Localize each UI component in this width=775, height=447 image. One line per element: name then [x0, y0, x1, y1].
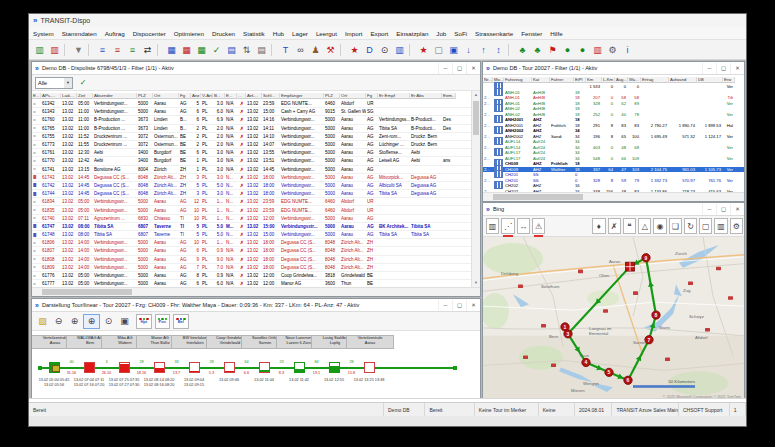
- tools-icon[interactable]: ⚒: [324, 43, 337, 57]
- column-header[interactable]: Erw: [723, 77, 735, 83]
- column-header[interactable]: E...: [32, 93, 41, 99]
- menu-item-drucken[interactable]: Drucken: [208, 30, 239, 37]
- pin-off-icon[interactable]: ✗: [608, 218, 621, 234]
- column-header[interactable]: PLZ: [324, 93, 340, 99]
- area-zoom-icon[interactable]: △: [638, 218, 651, 234]
- table-row[interactable]: =6177013.0212:42Aebi3400BurgdorfBE1PL3.0…: [32, 157, 480, 165]
- table-row[interactable]: =6177613.0205:00Verbindungsstr...5000Aar…: [32, 272, 480, 280]
- map-canvas[interactable]: DelsbergSolothurnOltenAarauBernLangnau i…: [483, 237, 744, 398]
- truck-blue-icon[interactable]: ▥: [393, 43, 406, 57]
- tour-hscrollbar[interactable]: [483, 192, 744, 201]
- table-row[interactable]: =6177313.0211:55Druckzentrum ...3072Oste…: [32, 141, 480, 149]
- doc-plain-icon[interactable]: ▢: [432, 43, 445, 57]
- column-header[interactable]: Wa...: [628, 77, 641, 83]
- table-blue-icon[interactable]: ▦: [165, 43, 178, 57]
- table-row[interactable]: =6175513.0211:52Druckzentrum ...3072Oste…: [32, 133, 480, 141]
- person-icon[interactable]: ♟: [309, 43, 322, 57]
- liste-red-icon[interactable]: ≡: [111, 43, 124, 57]
- location-icon[interactable]: ◉: [653, 218, 666, 234]
- menu-item-hub[interactable]: Hub: [269, 30, 288, 37]
- apply-filter-button[interactable]: ✓: [76, 77, 90, 89]
- menu-item-system[interactable]: System: [29, 30, 58, 37]
- pin-icon[interactable]: ♦: [592, 218, 605, 234]
- tag-icon[interactable]: ❏: [669, 218, 682, 234]
- table-row[interactable]: =6176013.0211:00B-Production ...3673Lind…: [32, 116, 480, 124]
- zoom-100-icon[interactable]: ⊙: [101, 315, 116, 328]
- stop-node[interactable]: [84, 362, 95, 373]
- table-row[interactable]: =6183413.0205:00Verbindungsstr...5000Aar…: [32, 198, 480, 206]
- menu-item-job[interactable]: Job: [432, 30, 450, 37]
- open-folder-icon[interactable]: ▨: [35, 315, 50, 328]
- column-header[interactable]: Zeit: [77, 93, 93, 99]
- stop-node[interactable]: [49, 362, 60, 373]
- truck-icon[interactable]: ▥: [486, 218, 499, 234]
- minimize-button[interactable]: ─: [438, 300, 452, 311]
- table-row[interactable]: =6180913.0214:00Verbindungsstr...5000Aar…: [32, 264, 480, 272]
- column-header[interactable]: Fg: [366, 93, 378, 99]
- column-header[interactable]: Anl-...: [246, 93, 262, 99]
- tree2-icon[interactable]: ♣: [531, 43, 544, 57]
- zoom-window-icon[interactable]: ⊕: [83, 314, 100, 329]
- stop-node[interactable]: [294, 362, 305, 373]
- menu-item-optimieren[interactable]: Optimieren: [170, 30, 208, 37]
- column-header[interactable]: APs-...: [41, 93, 61, 99]
- bubble-icon[interactable]: ❝: [623, 218, 636, 234]
- stop-node[interactable]: [364, 362, 375, 373]
- column-header[interactable]: Anz: [191, 93, 201, 99]
- globe2-icon[interactable]: ●: [576, 43, 589, 57]
- swap-icon[interactable]: ⇄: [141, 43, 154, 57]
- info-icon[interactable]: i: [621, 43, 634, 57]
- zoom-in-icon[interactable]: ⊕: [67, 315, 82, 328]
- star-red-icon[interactable]: ★: [348, 43, 361, 57]
- column-header[interactable]: Ertrag: [641, 77, 669, 83]
- print-icon[interactable]: ▤: [255, 43, 268, 57]
- column-header[interactable]: Schl...: [262, 93, 280, 99]
- menu-item-sofi[interactable]: SoFi: [450, 30, 471, 37]
- settings-icon[interactable]: ⚙: [730, 218, 743, 234]
- column-header[interactable]: Aufwand: [669, 77, 697, 83]
- hazard-icon[interactable]: ⚠: [532, 218, 545, 234]
- table-green-icon[interactable]: ▦: [195, 43, 208, 57]
- menu-item-import[interactable]: Import: [341, 30, 367, 37]
- menu-item-hilfe[interactable]: Hilfe: [546, 30, 566, 37]
- stop-label[interactable]: VerteilzentraleAarau: [346, 335, 394, 349]
- minimize-button[interactable]: ─: [438, 63, 452, 74]
- stop-node[interactable]: [119, 362, 130, 373]
- table-row[interactable]: =6177713.0205:00Verbindungsstr...5000Aar…: [32, 280, 480, 287]
- flag-icon[interactable]: ⚑: [546, 43, 559, 57]
- menu-item-export[interactable]: Export: [366, 30, 392, 37]
- globe-icon[interactable]: ●: [561, 43, 574, 57]
- scroll-down-arrow[interactable]: ▼: [472, 279, 480, 287]
- column-header[interactable]: Fahrzeug: [504, 77, 532, 83]
- arrow-down-icon[interactable]: ↓: [462, 43, 475, 57]
- check-doc-icon[interactable]: ✓: [210, 43, 223, 57]
- stop-node[interactable]: [224, 362, 235, 373]
- arrow-updown-icon[interactable]: ↕: [492, 43, 505, 57]
- column-header[interactable]: Fahrer: [550, 77, 574, 83]
- column-header[interactable]: E...: [225, 93, 237, 99]
- stop-node[interactable]: [329, 362, 340, 373]
- menu-item-einsatzplan[interactable]: Einsatzplan: [392, 30, 432, 37]
- truck-red-icon[interactable]: ▥: [48, 43, 61, 57]
- close-button[interactable]: ✕: [466, 300, 480, 311]
- toggle-hpt-button[interactable]: Hpt: [136, 314, 152, 329]
- table-row[interactable]: =6180713.0214:00Verbindungsstr...5000Aar…: [32, 247, 480, 255]
- column-header[interactable]: Nr...: [483, 77, 493, 83]
- column-header[interactable]: Ort: [340, 93, 366, 99]
- chevron-down-icon[interactable]: ▼: [64, 78, 72, 88]
- column-header[interactable]: ...: [237, 93, 246, 99]
- table-row[interactable]: Ⅲ6174713.0208:00Tibita SA6807TaverneTI5P…: [32, 223, 480, 231]
- menu-item-strassenkarte[interactable]: Strassenkarte: [471, 30, 517, 37]
- table-row[interactable]: 2...CH009AHZWalther1833764471032 104.759…: [483, 167, 744, 173]
- column-header[interactable]: L-Km: [602, 77, 615, 83]
- menu-item-fenster[interactable]: Fenster: [517, 30, 546, 37]
- table-row[interactable]: Ⅲ6174213.0214:45Degussa CC (S...8048Züri…: [32, 182, 480, 190]
- table-row[interactable]: Ⅲ6174813.0208:00Tibita SA6807TaverneTI5P…: [32, 231, 480, 239]
- scroll-up-arrow[interactable]: ▲: [472, 91, 480, 99]
- text-doc-icon[interactable]: T: [279, 43, 292, 57]
- map-titlebar[interactable]: » Bing ─▢✕: [483, 203, 744, 216]
- doc-grid-icon[interactable]: ▣: [447, 43, 460, 57]
- liste-blue-icon[interactable]: ≡: [96, 43, 109, 57]
- stop-node[interactable]: [259, 362, 270, 373]
- table-red-icon[interactable]: ▦: [180, 43, 193, 57]
